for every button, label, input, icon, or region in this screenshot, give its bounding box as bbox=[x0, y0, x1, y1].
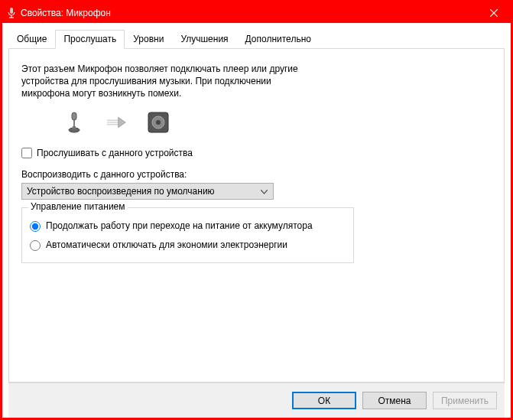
power-management-group: Управление питанием Продолжать работу пр… bbox=[21, 207, 354, 263]
tab-general[interactable]: Общие bbox=[8, 30, 55, 49]
description-text: Этот разъем Микрофон позволяет подключат… bbox=[21, 63, 312, 100]
playback-device-label: Воспроизводить с данного устройства: bbox=[21, 169, 492, 180]
radio-continue-label[interactable]: Продолжать работу при переходе на питани… bbox=[46, 220, 313, 233]
speaker-device-icon bbox=[147, 111, 170, 134]
ok-button[interactable]: ОК bbox=[292, 392, 356, 409]
radio-auto-disable-label[interactable]: Автоматически отключать для экономии эле… bbox=[46, 239, 287, 252]
tab-enhancements[interactable]: Улучшения bbox=[172, 30, 236, 49]
playback-device-select[interactable]: Устройство воспроизведения по умолчанию bbox=[21, 183, 274, 200]
listen-checkbox[interactable] bbox=[21, 148, 32, 158]
close-button[interactable] bbox=[476, 2, 511, 23]
listen-checkbox-label[interactable]: Прослушивать с данного устройства bbox=[37, 148, 193, 158]
radio-auto-disable[interactable] bbox=[30, 240, 41, 251]
apply-button: Применить bbox=[433, 392, 497, 409]
chevron-down-icon bbox=[258, 186, 270, 197]
svg-rect-8 bbox=[73, 126, 76, 129]
power-management-legend: Управление питанием bbox=[28, 201, 128, 212]
svg-point-11 bbox=[156, 120, 161, 125]
tab-levels[interactable]: Уровни bbox=[125, 30, 172, 49]
microphone-device-icon bbox=[63, 111, 86, 134]
illustration-row bbox=[63, 111, 492, 134]
cancel-button[interactable]: Отмена bbox=[362, 392, 427, 409]
arrow-right-icon bbox=[106, 115, 127, 130]
svg-rect-0 bbox=[10, 8, 13, 14]
microphone-icon bbox=[7, 8, 16, 18]
playback-device-selected: Устройство воспроизведения по умолчанию bbox=[27, 186, 215, 197]
radio-continue-on-battery[interactable] bbox=[30, 221, 41, 232]
tab-listen[interactable]: Прослушать bbox=[55, 30, 125, 49]
titlebar: Свойства: Микрофон bbox=[2, 2, 511, 23]
svg-rect-5 bbox=[72, 112, 76, 120]
tab-strip: Общие Прослушать Уровни Улучшения Дополн… bbox=[8, 29, 505, 49]
window-title: Свойства: Микрофон bbox=[21, 8, 476, 18]
tab-advanced[interactable]: Дополнительно bbox=[237, 30, 320, 49]
tab-panel-listen: Этот разъем Микрофон позволяет подключат… bbox=[8, 49, 505, 383]
close-icon bbox=[490, 9, 498, 17]
dialog-footer: ОК Отмена Применить bbox=[8, 383, 505, 418]
